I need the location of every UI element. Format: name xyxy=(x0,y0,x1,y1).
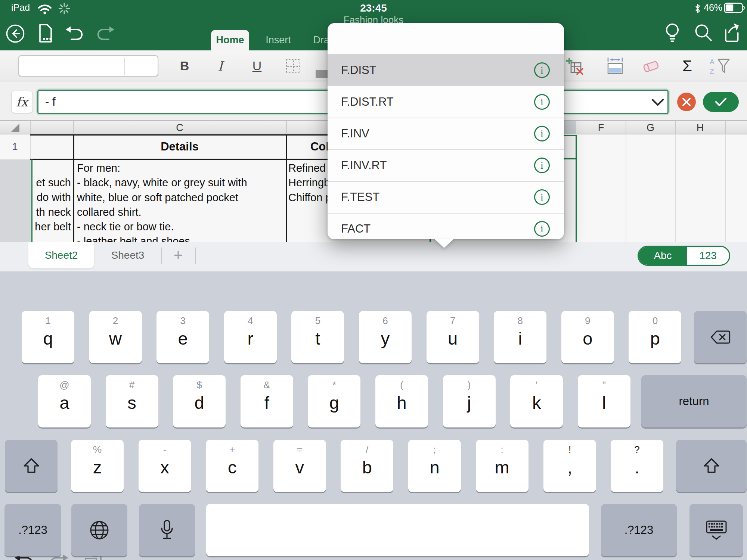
key-alt-label: 1 xyxy=(22,315,74,326)
key-m[interactable]: :m xyxy=(476,440,529,492)
borders-icon[interactable] xyxy=(286,59,300,73)
return-key[interactable]: return xyxy=(641,375,747,427)
space-key[interactable] xyxy=(206,504,589,556)
grid-line xyxy=(286,121,287,134)
key-g[interactable]: *g xyxy=(308,375,360,427)
font-picker[interactable] xyxy=(18,55,158,77)
key-i[interactable]: 8i xyxy=(494,311,546,363)
key-z[interactable]: %z xyxy=(71,440,124,492)
comma-key[interactable]: !, xyxy=(543,440,596,492)
column-header-f[interactable]: F xyxy=(576,121,626,134)
key-d[interactable]: $d xyxy=(173,375,226,427)
key-f[interactable]: &f xyxy=(241,375,293,427)
search-icon[interactable] xyxy=(694,23,713,43)
mode-abc[interactable]: Abc xyxy=(639,247,687,265)
numbers-right-key[interactable]: .?123 xyxy=(601,504,677,556)
add-sheet-button[interactable]: + xyxy=(161,242,195,268)
italic-button[interactable]: I xyxy=(209,55,232,77)
key-s[interactable]: #s xyxy=(106,375,158,427)
fx-button[interactable]: fx xyxy=(11,91,33,113)
insert-delete-cells-icon[interactable] xyxy=(566,58,583,75)
key-alt-label: 4 xyxy=(224,315,277,326)
cell-line: - neck tie or bow tie. xyxy=(77,220,285,234)
new-sheet-icon[interactable] xyxy=(37,23,55,43)
input-mode-toggle[interactable]: Abc 123 xyxy=(638,246,730,266)
column-header-g[interactable]: G xyxy=(626,121,675,134)
function-label: FACT xyxy=(341,222,371,236)
function-info-button[interactable]: i xyxy=(534,126,550,141)
autosum-icon[interactable]: Σ xyxy=(677,55,698,77)
key-b[interactable]: /b xyxy=(341,440,393,492)
key-n[interactable]: ;n xyxy=(408,440,461,492)
tab-insert[interactable]: Insert xyxy=(258,30,299,50)
merge-center-icon[interactable] xyxy=(606,57,624,75)
cell-c2[interactable]: For men: - black, navy, white or grey su… xyxy=(77,161,285,249)
key-label: d xyxy=(173,393,226,413)
dismiss-keyboard-key[interactable] xyxy=(689,504,743,556)
mode-123[interactable]: 123 xyxy=(687,247,729,265)
undo-icon[interactable] xyxy=(65,26,84,42)
key-k[interactable]: 'k xyxy=(510,375,563,427)
function-option-ftest[interactable]: F.TEST i xyxy=(328,181,564,213)
key-l[interactable]: "l xyxy=(578,375,630,427)
row-header-2-highlight[interactable] xyxy=(0,159,30,242)
key-p[interactable]: 0p xyxy=(629,311,681,363)
cell-c1[interactable]: Details xyxy=(73,140,286,153)
function-info-button[interactable]: i xyxy=(534,158,550,173)
tab-home[interactable]: Home xyxy=(211,30,249,50)
shift-right-key[interactable] xyxy=(676,440,747,492)
key-h[interactable]: (h xyxy=(375,375,428,427)
accept-entry-button[interactable] xyxy=(703,92,739,112)
formula-chevron-down-icon[interactable] xyxy=(651,98,665,107)
function-info-button[interactable]: i xyxy=(534,62,550,78)
dictation-key[interactable] xyxy=(139,504,195,556)
key-alt-label: 5 xyxy=(291,315,344,326)
column-header-c[interactable]: C xyxy=(73,121,286,134)
back-icon[interactable] xyxy=(6,24,25,43)
function-option-finvrt[interactable]: F.INV.RT i xyxy=(328,149,564,181)
function-option-fdist[interactable]: F.DIST i xyxy=(328,54,564,86)
sheet-tab-sheet2[interactable]: Sheet2 xyxy=(28,242,94,268)
shift-left-key[interactable] xyxy=(5,440,58,492)
key-x[interactable]: -x xyxy=(139,440,191,492)
period-key[interactable]: ?. xyxy=(611,440,663,492)
function-info-button[interactable]: i xyxy=(534,221,550,237)
fill-color-icon[interactable] xyxy=(316,70,328,78)
function-info-button[interactable]: i xyxy=(534,189,550,205)
cell-b2[interactable]: et such do with th neck her belt xyxy=(30,175,71,234)
cancel-entry-button[interactable] xyxy=(677,93,696,111)
key-a[interactable]: @a xyxy=(38,375,91,427)
sheet-tab-sheet3[interactable]: Sheet3 xyxy=(94,242,161,268)
select-all-corner[interactable] xyxy=(0,121,30,134)
sort-filter-icon[interactable]: A Z xyxy=(708,57,731,76)
underline-button[interactable]: U xyxy=(246,55,268,77)
redo-icon[interactable] xyxy=(96,26,115,42)
bold-button[interactable]: B xyxy=(173,55,196,77)
globe-key[interactable] xyxy=(71,504,127,556)
svg-text:Z: Z xyxy=(710,68,714,75)
key-alt-label: 0 xyxy=(629,315,681,326)
numbers-left-key[interactable]: .?123 xyxy=(4,504,61,556)
key-r[interactable]: 4r xyxy=(224,311,277,363)
grid-line xyxy=(725,134,726,242)
key-c[interactable]: +c xyxy=(206,440,258,492)
eraser-icon[interactable] xyxy=(642,59,660,74)
key-u[interactable]: 7u xyxy=(427,311,479,363)
key-w[interactable]: 2w xyxy=(89,311,142,363)
backspace-key[interactable] xyxy=(694,311,747,363)
key-q[interactable]: 1q xyxy=(22,311,74,363)
row-header-1[interactable]: 1 xyxy=(0,134,30,159)
key-v[interactable]: =v xyxy=(273,440,326,492)
key-alt-label: = xyxy=(273,444,326,455)
function-option-fdistrt[interactable]: F.DIST.RT i xyxy=(328,86,564,118)
key-y[interactable]: 6y xyxy=(359,311,412,363)
column-header-h[interactable]: H xyxy=(675,121,725,134)
key-e[interactable]: 3e xyxy=(156,311,209,363)
key-o[interactable]: 9o xyxy=(561,311,614,363)
key-t[interactable]: 5t xyxy=(291,311,344,363)
function-option-finv[interactable]: F.INV i xyxy=(328,118,564,149)
function-option-fact[interactable]: FACT i xyxy=(328,213,564,239)
function-info-button[interactable]: i xyxy=(534,94,550,110)
shift-icon xyxy=(5,457,58,475)
key-j[interactable]: )j xyxy=(443,375,496,427)
